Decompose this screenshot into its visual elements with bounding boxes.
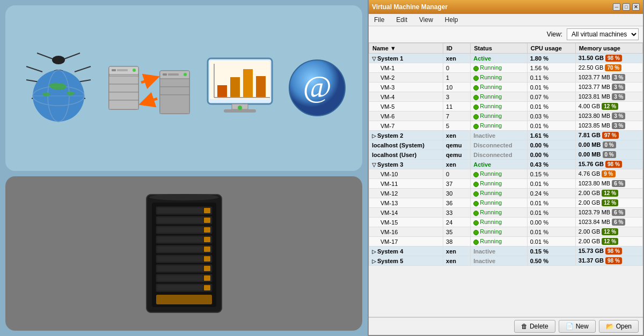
table-row[interactable]: localhost (User)qemuDisconnected0.00 %0.…	[369, 150, 643, 160]
svg-rect-63	[204, 237, 210, 242]
bottom-bar: 🗑 Delete 📄 New 📂 Open	[369, 317, 643, 335]
maximize-button[interactable]: □	[623, 3, 630, 11]
view-select[interactable]: All virtual machines	[567, 28, 639, 40]
cell-status: Running	[471, 237, 527, 247]
svg-rect-37	[243, 69, 253, 97]
table-row[interactable]: ▽System 3xenActive0.43 %15.76 GB 98 %	[369, 160, 643, 169]
open-button[interactable]: 📂 Open	[599, 320, 639, 333]
cell-status: Inactive	[471, 256, 527, 266]
table-row[interactable]: VM-75Running0.01 %1023.85 MB 3 %	[369, 121, 643, 131]
svg-rect-59	[204, 218, 210, 223]
svg-point-41	[238, 106, 242, 110]
table-row[interactable]: VM-1336Running0.01 %2.00 GB 12 %	[369, 198, 643, 208]
cell-name: ▷System 2	[369, 131, 443, 140]
cell-memory: 1023.80 MB 3 %	[575, 111, 642, 121]
cell-id: qemu	[443, 150, 471, 160]
col-mem[interactable]: Memory usage	[575, 43, 642, 54]
bottom-icon-box	[5, 176, 362, 331]
vm-table[interactable]: Name ▼ ID Status CPU usage Memory usage …	[369, 43, 643, 317]
svg-rect-35	[217, 85, 227, 97]
table-row[interactable]: VM-1433Running0.01 %1023.79 MB 6 %	[369, 208, 643, 218]
table-row[interactable]: VM-1230Running0.24 %2.00 GB 12 %	[369, 189, 643, 198]
rack-server-icon	[130, 192, 238, 315]
cell-id: 0	[443, 169, 471, 179]
svg-rect-16	[109, 76, 138, 84]
table-row[interactable]: VM-1738Running0.01 %2.00 GB 12 %	[369, 237, 643, 247]
top-icon-box: @	[5, 5, 362, 171]
table-row[interactable]: VM-511Running0.01 %4.00 GB 12 %	[369, 102, 643, 111]
cell-cpu: 0.15 %	[527, 169, 575, 179]
cell-name: VM-15	[369, 218, 443, 227]
cell-id: xen	[443, 160, 471, 169]
cell-id: 37	[443, 179, 471, 189]
cell-id: 24	[443, 218, 471, 227]
cell-status: Running	[471, 111, 527, 121]
table-row[interactable]: VM-43Running0.07 %1023.81 MB 3 %	[369, 92, 643, 102]
close-button[interactable]: ✕	[632, 3, 640, 11]
menu-bar: File Edit View Help	[369, 14, 643, 26]
cell-id: 5	[443, 121, 471, 131]
menu-view[interactable]: View	[417, 15, 435, 25]
svg-rect-73	[204, 285, 210, 290]
cell-status: Running	[471, 169, 527, 179]
table-row[interactable]: VM-310Running0.01 %1023.77 MB 3 %	[369, 83, 643, 92]
table-row[interactable]: VM-10Running1.56 %22.50 GB 70 %	[369, 63, 643, 73]
col-cpu[interactable]: CPU usage	[527, 43, 575, 54]
cell-id: 33	[443, 208, 471, 218]
minimize-button[interactable]: ─	[613, 3, 620, 11]
table-row[interactable]: ▷System 4xenInactive0.15 %15.73 GB 98 %	[369, 247, 643, 256]
table-row[interactable]: VM-1137Running0.01 %1023.80 MB 6 %	[369, 179, 643, 189]
table-row[interactable]: ▷System 5xenInactive0.50 %31.37 GB 98 %	[369, 256, 643, 266]
cell-memory: 15.76 GB 98 %	[575, 160, 642, 169]
cell-name: localhost (System)	[369, 140, 443, 150]
cell-id: 30	[443, 189, 471, 198]
svg-rect-20	[112, 69, 116, 71]
open-label: Open	[616, 323, 632, 330]
table-row[interactable]: ▷System 2xenInactive1.61 %7.81 GB 97 %	[369, 131, 643, 140]
menu-file[interactable]: File	[372, 15, 386, 25]
cell-id: 11	[443, 102, 471, 111]
table-row[interactable]: VM-67Running0.03 %1023.80 MB 3 %	[369, 111, 643, 121]
menu-edit[interactable]: Edit	[394, 15, 409, 25]
svg-rect-29	[168, 73, 179, 76]
table-row[interactable]: VM-1635Running0.01 %2.00 GB 12 %	[369, 227, 643, 237]
cell-status: Disconnected	[471, 140, 527, 150]
col-id[interactable]: ID	[443, 43, 471, 54]
cell-id: xen	[443, 54, 471, 63]
svg-rect-69	[204, 266, 210, 271]
cell-status: Running	[471, 198, 527, 208]
cell-cpu: 0.00 %	[527, 140, 575, 150]
cell-name: localhost (User)	[369, 150, 443, 160]
cell-memory: 31.50 GB 98 %	[575, 54, 642, 63]
new-label: New	[576, 323, 589, 330]
table-row[interactable]: localhost (System)qemuDisconnected0.00 %…	[369, 140, 643, 150]
menu-help[interactable]: Help	[443, 15, 460, 25]
globe-network-icon	[21, 50, 96, 125]
cell-id: xen	[443, 247, 471, 256]
svg-line-2	[26, 66, 42, 72]
col-status[interactable]: Status	[471, 43, 527, 54]
cell-id: qemu	[443, 140, 471, 150]
svg-rect-70	[157, 275, 203, 281]
col-name[interactable]: Name ▼	[369, 43, 443, 54]
table-row[interactable]: ▽System 1xenActive1.80 %31.50 GB 98 %	[369, 54, 643, 63]
view-label: View:	[547, 31, 562, 38]
cell-name: ▽System 1	[369, 54, 443, 63]
cell-cpu: 1.80 %	[527, 54, 575, 63]
title-bar: Virtual Machine Manager ─ □ ✕	[369, 0, 643, 14]
svg-rect-62	[157, 237, 203, 242]
cell-memory: 1023.84 MB 6 %	[575, 218, 642, 227]
cell-cpu: 0.01 %	[527, 121, 575, 131]
table-row[interactable]: VM-100Running0.15 %4.76 GB 9 %	[369, 169, 643, 179]
new-button[interactable]: 📄 New	[559, 320, 596, 333]
email-button-icon[interactable]: @	[288, 58, 347, 117]
svg-line-3	[75, 66, 91, 72]
cell-cpu: 0.01 %	[527, 198, 575, 208]
svg-rect-72	[157, 285, 203, 290]
table-row[interactable]: VM-1524Running0.00 %1023.84 MB 6 %	[369, 218, 643, 227]
cell-memory: 1023.85 MB 3 %	[575, 121, 642, 131]
table-row[interactable]: VM-21Running0.11 %1023.77 MB 3 %	[369, 73, 643, 83]
svg-rect-57	[204, 208, 210, 213]
delete-button[interactable]: 🗑 Delete	[514, 320, 555, 333]
cell-memory: 7.81 GB 97 %	[575, 131, 642, 140]
